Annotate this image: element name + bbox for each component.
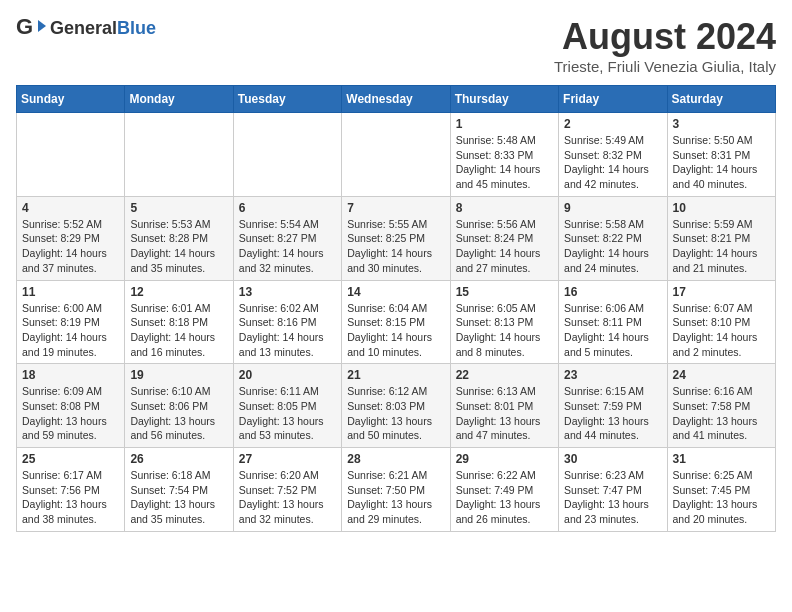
calendar-cell: 1Sunrise: 5:48 AM Sunset: 8:33 PM Daylig… — [450, 113, 558, 197]
day-number: 7 — [347, 201, 444, 215]
day-info: Sunrise: 6:25 AM Sunset: 7:45 PM Dayligh… — [673, 468, 770, 527]
calendar-cell: 24Sunrise: 6:16 AM Sunset: 7:58 PM Dayli… — [667, 364, 775, 448]
calendar-cell: 6Sunrise: 5:54 AM Sunset: 8:27 PM Daylig… — [233, 196, 341, 280]
day-info: Sunrise: 6:11 AM Sunset: 8:05 PM Dayligh… — [239, 384, 336, 443]
calendar-week-row: 1Sunrise: 5:48 AM Sunset: 8:33 PM Daylig… — [17, 113, 776, 197]
day-info: Sunrise: 6:22 AM Sunset: 7:49 PM Dayligh… — [456, 468, 553, 527]
calendar-body: 1Sunrise: 5:48 AM Sunset: 8:33 PM Daylig… — [17, 113, 776, 532]
day-number: 26 — [130, 452, 227, 466]
day-info: Sunrise: 6:04 AM Sunset: 8:15 PM Dayligh… — [347, 301, 444, 360]
day-info: Sunrise: 6:09 AM Sunset: 8:08 PM Dayligh… — [22, 384, 119, 443]
calendar-cell: 26Sunrise: 6:18 AM Sunset: 7:54 PM Dayli… — [125, 448, 233, 532]
calendar-cell: 11Sunrise: 6:00 AM Sunset: 8:19 PM Dayli… — [17, 280, 125, 364]
day-number: 14 — [347, 285, 444, 299]
calendar-cell: 7Sunrise: 5:55 AM Sunset: 8:25 PM Daylig… — [342, 196, 450, 280]
day-info: Sunrise: 6:01 AM Sunset: 8:18 PM Dayligh… — [130, 301, 227, 360]
day-number: 17 — [673, 285, 770, 299]
calendar-cell: 5Sunrise: 5:53 AM Sunset: 8:28 PM Daylig… — [125, 196, 233, 280]
day-info: Sunrise: 6:05 AM Sunset: 8:13 PM Dayligh… — [456, 301, 553, 360]
calendar-cell — [233, 113, 341, 197]
day-number: 28 — [347, 452, 444, 466]
calendar-cell: 21Sunrise: 6:12 AM Sunset: 8:03 PM Dayli… — [342, 364, 450, 448]
calendar-cell: 22Sunrise: 6:13 AM Sunset: 8:01 PM Dayli… — [450, 364, 558, 448]
day-info: Sunrise: 6:23 AM Sunset: 7:47 PM Dayligh… — [564, 468, 661, 527]
calendar-cell: 31Sunrise: 6:25 AM Sunset: 7:45 PM Dayli… — [667, 448, 775, 532]
calendar-cell: 4Sunrise: 5:52 AM Sunset: 8:29 PM Daylig… — [17, 196, 125, 280]
logo: G GeneralBlue — [16, 16, 156, 40]
day-of-week-header: Friday — [559, 86, 667, 113]
day-info: Sunrise: 6:16 AM Sunset: 7:58 PM Dayligh… — [673, 384, 770, 443]
calendar-cell: 23Sunrise: 6:15 AM Sunset: 7:59 PM Dayli… — [559, 364, 667, 448]
day-info: Sunrise: 5:50 AM Sunset: 8:31 PM Dayligh… — [673, 133, 770, 192]
calendar-cell: 9Sunrise: 5:58 AM Sunset: 8:22 PM Daylig… — [559, 196, 667, 280]
calendar-cell — [17, 113, 125, 197]
calendar-cell: 3Sunrise: 5:50 AM Sunset: 8:31 PM Daylig… — [667, 113, 775, 197]
day-of-week-header: Thursday — [450, 86, 558, 113]
day-info: Sunrise: 6:07 AM Sunset: 8:10 PM Dayligh… — [673, 301, 770, 360]
day-number: 6 — [239, 201, 336, 215]
day-number: 15 — [456, 285, 553, 299]
day-of-week-header: Sunday — [17, 86, 125, 113]
logo-icon: G — [16, 16, 46, 40]
main-title: August 2024 — [554, 16, 776, 58]
day-number: 8 — [456, 201, 553, 215]
day-info: Sunrise: 6:21 AM Sunset: 7:50 PM Dayligh… — [347, 468, 444, 527]
day-number: 2 — [564, 117, 661, 131]
day-info: Sunrise: 6:18 AM Sunset: 7:54 PM Dayligh… — [130, 468, 227, 527]
day-info: Sunrise: 6:20 AM Sunset: 7:52 PM Dayligh… — [239, 468, 336, 527]
day-number: 31 — [673, 452, 770, 466]
calendar-table: SundayMondayTuesdayWednesdayThursdayFrid… — [16, 85, 776, 532]
day-info: Sunrise: 6:10 AM Sunset: 8:06 PM Dayligh… — [130, 384, 227, 443]
day-number: 3 — [673, 117, 770, 131]
day-info: Sunrise: 5:56 AM Sunset: 8:24 PM Dayligh… — [456, 217, 553, 276]
day-number: 18 — [22, 368, 119, 382]
calendar-header: SundayMondayTuesdayWednesdayThursdayFrid… — [17, 86, 776, 113]
day-number: 9 — [564, 201, 661, 215]
day-number: 29 — [456, 452, 553, 466]
day-info: Sunrise: 6:12 AM Sunset: 8:03 PM Dayligh… — [347, 384, 444, 443]
day-number: 10 — [673, 201, 770, 215]
logo-blue: Blue — [117, 18, 156, 38]
calendar-cell — [125, 113, 233, 197]
day-info: Sunrise: 6:17 AM Sunset: 7:56 PM Dayligh… — [22, 468, 119, 527]
day-info: Sunrise: 6:02 AM Sunset: 8:16 PM Dayligh… — [239, 301, 336, 360]
svg-text:G: G — [16, 16, 33, 39]
day-of-week-header: Tuesday — [233, 86, 341, 113]
calendar-week-row: 25Sunrise: 6:17 AM Sunset: 7:56 PM Dayli… — [17, 448, 776, 532]
day-number: 16 — [564, 285, 661, 299]
day-info: Sunrise: 6:15 AM Sunset: 7:59 PM Dayligh… — [564, 384, 661, 443]
day-number: 11 — [22, 285, 119, 299]
day-number: 24 — [673, 368, 770, 382]
calendar-week-row: 18Sunrise: 6:09 AM Sunset: 8:08 PM Dayli… — [17, 364, 776, 448]
day-info: Sunrise: 6:00 AM Sunset: 8:19 PM Dayligh… — [22, 301, 119, 360]
subtitle: Trieste, Friuli Venezia Giulia, Italy — [554, 58, 776, 75]
calendar-cell: 10Sunrise: 5:59 AM Sunset: 8:21 PM Dayli… — [667, 196, 775, 280]
day-info: Sunrise: 5:49 AM Sunset: 8:32 PM Dayligh… — [564, 133, 661, 192]
day-of-week-header: Monday — [125, 86, 233, 113]
day-info: Sunrise: 6:06 AM Sunset: 8:11 PM Dayligh… — [564, 301, 661, 360]
day-number: 1 — [456, 117, 553, 131]
title-area: August 2024 Trieste, Friuli Venezia Giul… — [554, 16, 776, 75]
day-of-week-header: Saturday — [667, 86, 775, 113]
calendar-cell: 28Sunrise: 6:21 AM Sunset: 7:50 PM Dayli… — [342, 448, 450, 532]
calendar-cell: 18Sunrise: 6:09 AM Sunset: 8:08 PM Dayli… — [17, 364, 125, 448]
calendar-cell: 8Sunrise: 5:56 AM Sunset: 8:24 PM Daylig… — [450, 196, 558, 280]
day-number: 19 — [130, 368, 227, 382]
day-info: Sunrise: 5:54 AM Sunset: 8:27 PM Dayligh… — [239, 217, 336, 276]
day-info: Sunrise: 5:55 AM Sunset: 8:25 PM Dayligh… — [347, 217, 444, 276]
day-number: 21 — [347, 368, 444, 382]
svg-marker-1 — [38, 20, 46, 32]
calendar-cell: 2Sunrise: 5:49 AM Sunset: 8:32 PM Daylig… — [559, 113, 667, 197]
day-number: 20 — [239, 368, 336, 382]
day-info: Sunrise: 6:13 AM Sunset: 8:01 PM Dayligh… — [456, 384, 553, 443]
calendar-cell: 16Sunrise: 6:06 AM Sunset: 8:11 PM Dayli… — [559, 280, 667, 364]
calendar-cell — [342, 113, 450, 197]
calendar-cell: 19Sunrise: 6:10 AM Sunset: 8:06 PM Dayli… — [125, 364, 233, 448]
day-number: 27 — [239, 452, 336, 466]
calendar-cell: 12Sunrise: 6:01 AM Sunset: 8:18 PM Dayli… — [125, 280, 233, 364]
calendar-cell: 29Sunrise: 6:22 AM Sunset: 7:49 PM Dayli… — [450, 448, 558, 532]
calendar-cell: 20Sunrise: 6:11 AM Sunset: 8:05 PM Dayli… — [233, 364, 341, 448]
day-info: Sunrise: 5:58 AM Sunset: 8:22 PM Dayligh… — [564, 217, 661, 276]
day-number: 12 — [130, 285, 227, 299]
day-info: Sunrise: 5:53 AM Sunset: 8:28 PM Dayligh… — [130, 217, 227, 276]
